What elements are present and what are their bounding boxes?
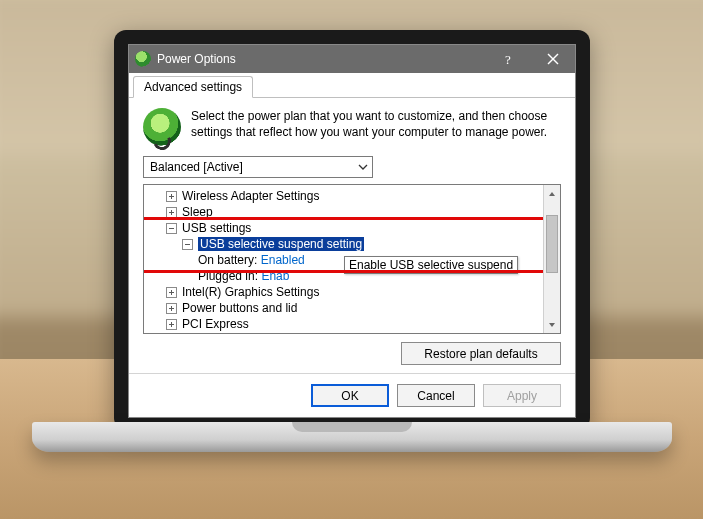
tree-label-selected: USB selective suspend setting bbox=[198, 237, 364, 251]
expand-icon[interactable] bbox=[166, 191, 177, 202]
chevron-down-icon bbox=[358, 162, 368, 172]
power-options-dialog: Power Options ? Advanced settings bbox=[128, 44, 576, 418]
collapse-icon[interactable] bbox=[166, 223, 177, 234]
power-options-icon bbox=[135, 51, 151, 67]
tree-item-pci-express[interactable]: PCI Express bbox=[144, 316, 543, 332]
cancel-button[interactable]: Cancel bbox=[397, 384, 475, 407]
description-row: Select the power plan that you want to c… bbox=[143, 108, 561, 146]
expand-icon[interactable] bbox=[166, 207, 177, 218]
tree-item-power-buttons[interactable]: Power buttons and lid bbox=[144, 300, 543, 316]
tree-label: USB settings bbox=[182, 221, 251, 235]
apply-button[interactable]: Apply bbox=[483, 384, 561, 407]
scrollbar-thumb[interactable] bbox=[546, 215, 558, 273]
close-button[interactable] bbox=[531, 45, 575, 73]
close-icon bbox=[547, 53, 559, 65]
scroll-down-button[interactable] bbox=[544, 316, 560, 333]
tree-item-sleep[interactable]: Sleep bbox=[144, 204, 543, 220]
help-button[interactable]: ? bbox=[487, 45, 531, 73]
titlebar: Power Options ? bbox=[129, 45, 575, 73]
tree-item-processor[interactable]: Processor power management bbox=[144, 332, 543, 333]
tree-item-intel-graphics[interactable]: Intel(R) Graphics Settings bbox=[144, 284, 543, 300]
tree-label: Power buttons and lid bbox=[182, 301, 297, 315]
tab-advanced-settings[interactable]: Advanced settings bbox=[133, 76, 253, 98]
window-title: Power Options bbox=[157, 52, 487, 66]
settings-tree-container: Wireless Adapter Settings Sleep USB sett… bbox=[143, 184, 561, 334]
tree-label: Intel(R) Graphics Settings bbox=[182, 285, 319, 299]
expand-icon[interactable] bbox=[166, 303, 177, 314]
tooltip: Enable USB selective suspend bbox=[344, 256, 518, 274]
expand-icon[interactable] bbox=[166, 319, 177, 330]
expand-icon[interactable] bbox=[166, 287, 177, 298]
laptop-hinge-notch bbox=[292, 422, 412, 432]
laptop-base bbox=[32, 422, 672, 452]
restore-row: Restore plan defaults bbox=[143, 342, 561, 365]
setting-label: Plugged in: bbox=[198, 269, 258, 283]
tab-strip: Advanced settings bbox=[129, 73, 575, 98]
setting-value[interactable]: Enab bbox=[261, 269, 289, 283]
laptop-screen-frame: Power Options ? Advanced settings bbox=[114, 30, 590, 430]
screen-bezel: Power Options ? Advanced settings bbox=[128, 44, 576, 416]
dialog-footer: OK Cancel Apply bbox=[129, 373, 575, 417]
setting-label: On battery: bbox=[198, 253, 257, 267]
restore-defaults-button[interactable]: Restore plan defaults bbox=[401, 342, 561, 365]
collapse-icon[interactable] bbox=[182, 239, 193, 250]
tree-item-usb-settings[interactable]: USB settings bbox=[144, 220, 543, 236]
description-text: Select the power plan that you want to c… bbox=[191, 108, 561, 146]
ok-button[interactable]: OK bbox=[311, 384, 389, 407]
power-plan-combobox[interactable]: Balanced [Active] bbox=[143, 156, 373, 178]
setting-value[interactable]: Enabled bbox=[261, 253, 305, 267]
tree-label: PCI Express bbox=[182, 317, 249, 331]
dialog-body: Select the power plan that you want to c… bbox=[129, 98, 575, 373]
help-icon: ? bbox=[502, 52, 516, 66]
scroll-up-button[interactable] bbox=[544, 185, 560, 202]
tree-item-usb-selective[interactable]: USB selective suspend setting bbox=[144, 236, 543, 252]
power-plan-icon bbox=[143, 108, 181, 146]
svg-text:?: ? bbox=[505, 52, 511, 66]
settings-tree[interactable]: Wireless Adapter Settings Sleep USB sett… bbox=[144, 185, 543, 333]
tree-label: Sleep bbox=[182, 205, 213, 219]
tree-scrollbar[interactable] bbox=[543, 185, 560, 333]
tree-item-wireless[interactable]: Wireless Adapter Settings bbox=[144, 188, 543, 204]
tree-label: Wireless Adapter Settings bbox=[182, 189, 319, 203]
power-plan-value: Balanced [Active] bbox=[150, 160, 358, 174]
